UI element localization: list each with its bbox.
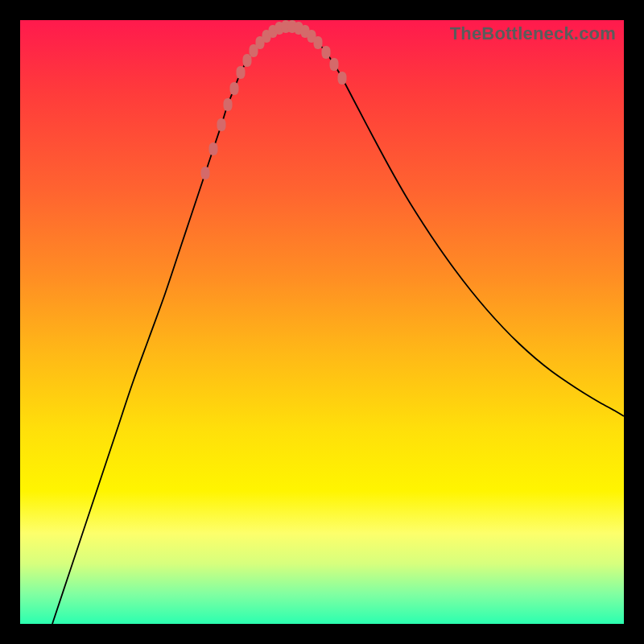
- marker-point: [230, 82, 239, 95]
- marker-point: [237, 66, 246, 79]
- marker-point: [330, 58, 339, 71]
- marker-point: [314, 36, 323, 49]
- marker-point: [217, 118, 226, 131]
- marker-point: [201, 167, 210, 180]
- marker-point: [224, 98, 233, 111]
- chart-frame: TheBottleneck.com: [0, 0, 644, 644]
- marker-point: [209, 142, 218, 155]
- curve-svg: [20, 20, 624, 624]
- highlight-markers: [201, 20, 347, 180]
- marker-point: [243, 54, 252, 67]
- plot-area: TheBottleneck.com: [20, 20, 624, 624]
- marker-point: [322, 46, 331, 59]
- marker-point: [338, 72, 347, 85]
- bottleneck-curve: [52, 27, 624, 624]
